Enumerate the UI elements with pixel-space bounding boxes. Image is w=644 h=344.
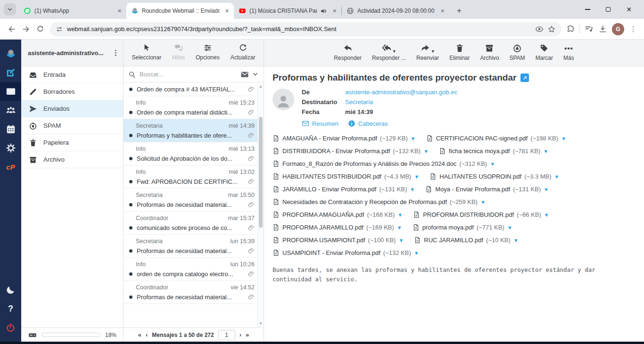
tab-close-icon[interactable]: × [223, 7, 231, 15]
from-address-link[interactable]: asistente-administrativo@sanjuan.gob.ec [345, 89, 457, 96]
tab-close-icon[interactable]: × [438, 7, 446, 15]
attachment-item[interactable]: HABILITANTES DISTRIBUIDOR.pdf(~4.3 MB)▼ [272, 172, 419, 180]
window-close-button[interactable]: ✕ [619, 0, 639, 19]
attachment-menu-caret-icon[interactable]: ▼ [490, 161, 495, 167]
media-controls-icon[interactable] [585, 25, 594, 33]
summary-link[interactable]: Resumen [302, 120, 339, 127]
navrail-roundcube-logo[interactable] [0, 44, 21, 63]
attachment-item[interactable]: PROFORMA JARAMILLO.pdf(~169 KB)▼ [272, 223, 402, 231]
headers-link[interactable]: Cabeceras [348, 120, 388, 127]
attachment-menu-caret-icon[interactable]: ▼ [544, 212, 549, 218]
attachment-menu-caret-icon[interactable]: ▼ [414, 174, 419, 180]
attachment-menu-caret-icon[interactable]: ▼ [397, 225, 402, 230]
browser-tab-2[interactable]: Roundcube Webmail :: Enviado:× [126, 3, 234, 19]
attachment-name[interactable]: JARAMILLO - Enviar Proforma.pdf [282, 186, 376, 193]
browser-tab-1[interactable]: (1) WhatsApp× [19, 3, 126, 19]
open-in-new-window-button[interactable] [520, 74, 529, 82]
reload-button[interactable] [33, 22, 47, 36]
tab-close-icon[interactable]: × [330, 7, 339, 15]
navrail-cpanel[interactable]: cP [0, 157, 21, 176]
attachment-name[interactable]: PROFORMA DISTRIBUIDOR.pdf [423, 211, 514, 218]
dropdown-caret-icon[interactable]: ▼ [392, 49, 396, 54]
tab-audio-icon[interactable] [320, 8, 327, 15]
attachment-name[interactable]: PROFORMA JARAMILLO.pdf [282, 224, 363, 231]
navrail-contacts[interactable] [0, 101, 21, 120]
site-settings-icon[interactable] [56, 25, 63, 33]
folder-options-menu[interactable]: ⋮ [111, 49, 120, 57]
más-button[interactable]: •••Más [559, 43, 579, 66]
browser-menu-icon[interactable]: ⋮ [629, 25, 637, 33]
attachment-item[interactable]: PROFORMA DISTRIBUIDOR.pdf(~66 KB)▼ [413, 211, 549, 219]
attachment-name[interactable]: Necesidades de Contratación y Recepción … [282, 198, 447, 205]
attachment-item[interactable]: PROFORMA USAMPIONT.pdf(~100 KB)▼ [272, 236, 404, 244]
attachment-name[interactable]: DISTRIBUIDORA - Enviar Proforma.pdf [282, 147, 390, 155]
first-page-button[interactable]: « [138, 331, 141, 338]
list-scrollbar[interactable]: ▲ ▼ [257, 83, 264, 327]
attachment-name[interactable]: Formato_8_Razón de Proformas y Análisis … [282, 160, 456, 167]
dropdown-caret-icon[interactable]: ▼ [431, 49, 435, 54]
sidebar-item-spam[interactable]: SPAM [21, 117, 123, 134]
sidebar-item-borradores[interactable]: Borradores [21, 83, 123, 100]
attachment-name[interactable]: ficha tecnica moya.pdf [449, 147, 510, 155]
attachment-menu-caret-icon[interactable]: ▼ [507, 225, 512, 230]
last-page-button[interactable]: » [246, 331, 249, 338]
message-row[interactable]: Secretariamar 15:50Proformas de necesida… [124, 188, 257, 212]
actualizar-button[interactable]: Actualizar [231, 43, 256, 66]
attachment-item[interactable]: HALITANTES USOPROIN.pdf(~3.3 MB)▼ [429, 172, 559, 180]
sidebar-item-enviados[interactable]: Enviados [21, 100, 123, 117]
marcar-button[interactable]: Marcar [531, 43, 558, 66]
attachment-menu-caret-icon[interactable]: ▼ [561, 136, 566, 141]
opciones-button[interactable]: Opciones [196, 43, 220, 66]
navrail-dark-mode-moon[interactable] [0, 280, 21, 299]
attachment-item[interactable]: ficha tecnica moya.pdf(~781 KB)▼ [439, 147, 548, 155]
attachment-item[interactable]: AMAGUAÑA - Enviar Proforma.pdf(~129 KB)▼ [272, 134, 416, 142]
next-page-button[interactable]: › [239, 331, 241, 338]
seleccionar-button[interactable]: Seleccionar [132, 43, 162, 66]
message-row[interactable]: Coordinadorvie 14:52Proformas de necesid… [124, 281, 257, 304]
attachment-menu-caret-icon[interactable]: ▼ [411, 136, 416, 141]
responder--button[interactable]: ▼Responder ... [367, 43, 411, 66]
sidebar-item-entrada[interactable]: Entrada [21, 66, 123, 83]
eliminar-button[interactable]: Eliminar [445, 43, 474, 66]
navrail-settings-gear[interactable] [0, 139, 21, 157]
page-number-input[interactable]: 1 [218, 330, 235, 340]
browser-tab-4[interactable]: Actividad 2024-09-20 08:00:00× [342, 3, 449, 19]
message-row[interactable]: Secretariamié 14:39Proformas y habilitan… [124, 119, 257, 142]
attachment-name[interactable]: HALITANTES USOPROIN.pdf [439, 173, 521, 180]
attachment-item[interactable]: USAMPIOINT - Enviar Proforma.pdf(~132 KB… [272, 249, 419, 257]
window-minimize-button[interactable] [577, 0, 598, 19]
scroll-up-arrow[interactable]: ▲ [258, 84, 264, 89]
window-maximize-button[interactable] [598, 0, 619, 19]
attachment-name[interactable]: CERTIFICACION PAC-signed.pdf [436, 135, 528, 142]
prev-page-button[interactable]: ‹ [146, 331, 148, 338]
message-row[interactable]: Infomié 15:23Orden de compra material di… [124, 96, 257, 119]
message-row[interactable]: Infomié 13:02Fwd: APROBACION DE CERTIFIC… [124, 165, 257, 188]
attachment-menu-caret-icon[interactable]: ▼ [423, 148, 429, 154]
search-input[interactable] [140, 71, 237, 78]
navrail-logout-power[interactable] [0, 318, 21, 337]
search-options-chevron-icon[interactable] [252, 71, 259, 78]
scroll-down-arrow[interactable]: ▼ [258, 321, 264, 326]
attachment-name[interactable]: Moya - Enviar Proforma.pdf [435, 186, 510, 193]
spam-button[interactable]: SPAM [505, 43, 530, 66]
extensions-puzzle-icon[interactable] [566, 25, 575, 33]
address-bar[interactable]: webmail.sanjuan.gob.ec/cpsess2312679074/… [50, 22, 561, 36]
message-row[interactable]: Infolun 10:26orden de compra catalogo el… [124, 258, 257, 281]
browser-tab-3[interactable]: (1) Música CRISTIANA Para× [234, 3, 341, 19]
attachment-name[interactable]: RUC JARAMILLO.pdf [424, 237, 483, 244]
attachment-name[interactable]: PROFORMA AMAGUAÑA.pdf [282, 211, 364, 218]
attachment-name[interactable]: HABILITANTES DISTRIBUIDOR.pdf [282, 173, 381, 180]
attachment-menu-caret-icon[interactable]: ▼ [397, 212, 403, 218]
bookmark-star-icon[interactable] [547, 25, 556, 33]
message-row[interactable]: Secretarialun 15:39Proformas de necesida… [124, 235, 257, 258]
attachment-menu-caret-icon[interactable]: ▼ [480, 199, 486, 205]
attachment-name[interactable]: PROFORMA USAMPIONT.pdf [282, 237, 365, 244]
attachment-item[interactable]: RUC JARAMILLO.pdf(~10 KB)▼ [414, 236, 518, 244]
reenviar-button[interactable]: ▼Reenviar [412, 43, 444, 66]
tab-close-icon[interactable]: × [116, 7, 124, 15]
new-tab-button[interactable]: + [453, 5, 465, 17]
attachment-item[interactable]: JARAMILLO - Enviar Proforma.pdf(~131 KB)… [272, 185, 415, 193]
forward-button[interactable] [19, 22, 33, 36]
attachment-menu-caret-icon[interactable]: ▼ [544, 187, 549, 192]
navrail-help[interactable]: ? [0, 299, 21, 318]
